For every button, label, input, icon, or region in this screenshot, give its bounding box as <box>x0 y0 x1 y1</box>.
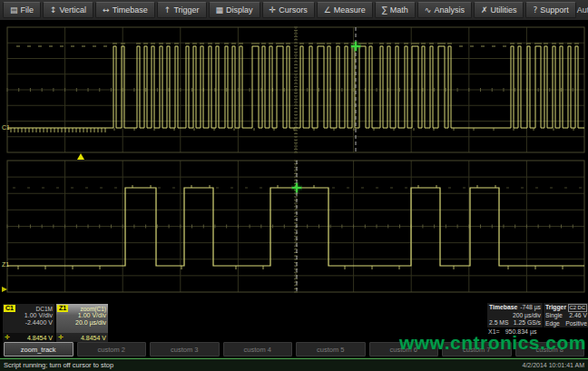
menu-bar: ▤File↕Vertical↔Timebase↑Trigger▦Display✛… <box>0 0 588 21</box>
c1-badge: C1 <box>4 305 15 312</box>
display-icon: ▦ <box>216 6 224 15</box>
utilities-icon: ✗ <box>481 6 488 15</box>
menu-button-math[interactable]: ∑Math <box>375 2 416 18</box>
support-icon: ? <box>533 6 537 15</box>
tab-custom-3[interactable]: custom 3 <box>150 342 220 356</box>
menu-button-trigger[interactable]: ↑Trigger <box>157 2 207 18</box>
trigger-title: Trigger <box>545 304 566 312</box>
tab-custom-4[interactable]: custom 4 <box>223 342 293 356</box>
vertical-icon: ↕ <box>50 6 57 15</box>
menu-button-timebase[interactable]: ↔Timebase <box>95 2 155 18</box>
c1-cursor-readout: ✛ 4.8454 V <box>3 333 54 342</box>
timebase-scale: 200 µs/div <box>513 312 541 320</box>
z1-cursor-readout: ✛ 4.8454 V <box>56 333 108 342</box>
menu-label-display: Display <box>226 5 253 15</box>
trigger-type-row: Edge Positive <box>545 320 587 328</box>
measure-icon: ∠ <box>324 6 331 15</box>
trigger-level: 2.46 V <box>569 312 587 320</box>
z1-source: zoom(C1) <box>80 306 106 312</box>
trigger-mode-row: Single 2.46 V <box>545 312 587 320</box>
status-datetime: 4/2/2014 10:01:41 AM <box>523 362 585 368</box>
trigger-source-badge: C2 DC <box>568 304 587 312</box>
tab-custom-8[interactable]: custom 8 <box>515 342 585 356</box>
x1-cursor-readout: X1=950.834 µs <box>488 328 536 335</box>
z1-badge: Z1 <box>57 305 68 312</box>
math-icon: ∑ <box>382 6 387 15</box>
c1-header: C1 DC1M <box>3 304 54 312</box>
status-bar: Script running; turn off cursor to stop … <box>0 358 588 371</box>
waveform-display[interactable]: C1Z1 <box>0 20 588 299</box>
menu-label-cursors: Cursors <box>279 5 308 15</box>
timebase-title: Timebase <box>489 304 517 312</box>
trigger-mode: Single <box>545 312 563 320</box>
svg-text:C1: C1 <box>2 124 10 131</box>
timebase-scale-row: 200 µs/div <box>489 312 541 320</box>
c1-cursor-value: 4.8454 V <box>27 335 53 341</box>
cursor-marker-icon: ✛ <box>58 334 64 341</box>
analysis-icon: ∿ <box>425 6 432 15</box>
menu-button-cursors[interactable]: ✛Cursors <box>262 2 315 18</box>
menu-button-file[interactable]: ▤File <box>3 2 41 18</box>
menu-button-analysis[interactable]: ∿Analysis <box>417 2 472 18</box>
x1-label: X1= <box>488 328 500 335</box>
trigger-slope: Positive <box>565 320 587 328</box>
menu-button-measure[interactable]: ∠Measure <box>317 2 373 18</box>
z1-cursor-value: 4.8454 V <box>81 335 106 341</box>
c1-offset: -2.4400 V <box>3 319 54 327</box>
status-message: Script running; turn off cursor to stop <box>4 361 113 369</box>
timebase-header: Timebase -748 µs <box>489 304 541 312</box>
menu-button-support[interactable]: ?Support <box>525 2 575 18</box>
menu-button-display[interactable]: ▦Display <box>209 2 260 18</box>
oscilloscope-app: ▤File↕Vertical↔Timebase↑Trigger▦Display✛… <box>0 0 588 371</box>
tab-zoom-track[interactable]: zoom_track <box>4 342 74 356</box>
menu-button-vertical[interactable]: ↕Vertical <box>43 2 93 18</box>
menu-items: ▤File↕Vertical↔Timebase↑Trigger▦Display✛… <box>0 0 577 20</box>
trigger-icon: ↑ <box>164 6 172 15</box>
z1-scale: 1.00 V/div <box>56 312 108 319</box>
x1-value: 950.834 µs <box>505 328 537 335</box>
z1-timebase: 20.0 µs/div <box>56 319 108 327</box>
menu-label-analysis: Analysis <box>434 5 465 15</box>
svg-text:Z1: Z1 <box>2 261 9 268</box>
timebase-sampling-row: 2.5 MS 1.25 GS/s <box>489 319 541 327</box>
menu-label-vertical: Vertical <box>60 5 87 15</box>
file-icon: ▤ <box>10 6 18 15</box>
tab-custom-2[interactable]: custom 2 <box>77 342 147 356</box>
trigger-header: Trigger C2 DC <box>545 304 587 312</box>
menu-label-support: Support <box>540 5 569 15</box>
tab-custom-7[interactable]: custom 7 <box>442 342 512 356</box>
cursors-icon: ✛ <box>270 6 277 15</box>
timebase-delay: -748 µs <box>520 304 541 312</box>
menu-label-timebase: Timebase <box>113 5 148 15</box>
timebase-samples: 2.5 MS <box>489 319 509 327</box>
tab-custom-6[interactable]: custom 6 <box>369 342 439 356</box>
c1-coupling: DC1M <box>36 306 53 312</box>
cursor-marker-icon: ✛ <box>5 334 10 341</box>
channel-descriptor-z1[interactable]: Z1 zoom(C1) 1.00 V/div 20.0 µs/div ✛ 4.8… <box>55 303 109 343</box>
menu-label-utilities: Utilities <box>490 5 516 15</box>
tab-button-row: zoom_trackcustom 2custom 3custom 4custom… <box>4 342 584 356</box>
timebase-summary-box[interactable]: Timebase -748 µs 200 µs/div 2.5 MS 1.25 … <box>486 302 544 328</box>
menu-button-utilities[interactable]: ✗Utilities <box>474 2 524 18</box>
menu-label-file: File <box>21 5 34 15</box>
menu-label-measure: Measure <box>334 5 366 15</box>
z1-header: Z1 zoom(C1) <box>56 304 108 312</box>
menu-right: Autoset ↶ Undo <box>577 2 588 19</box>
menu-label-math: Math <box>390 5 408 15</box>
menu-label-trigger: Trigger <box>173 5 199 15</box>
timebase-rate: 1.25 GS/s <box>514 319 541 327</box>
c1-scale: 1.00 V/div <box>3 312 54 319</box>
timebase-icon: ↔ <box>103 6 110 15</box>
tab-custom-5[interactable]: custom 5 <box>296 342 366 356</box>
trigger-summary-box[interactable]: Trigger C2 DC Single 2.46 V Edge Positiv… <box>543 302 588 328</box>
trigger-kind: Edge <box>545 320 560 328</box>
autoset-button[interactable]: Autoset <box>577 5 588 15</box>
channel-descriptor-c1[interactable]: C1 DC1M 1.00 V/div -2.4400 V ✛ 4.8454 V <box>2 303 55 343</box>
